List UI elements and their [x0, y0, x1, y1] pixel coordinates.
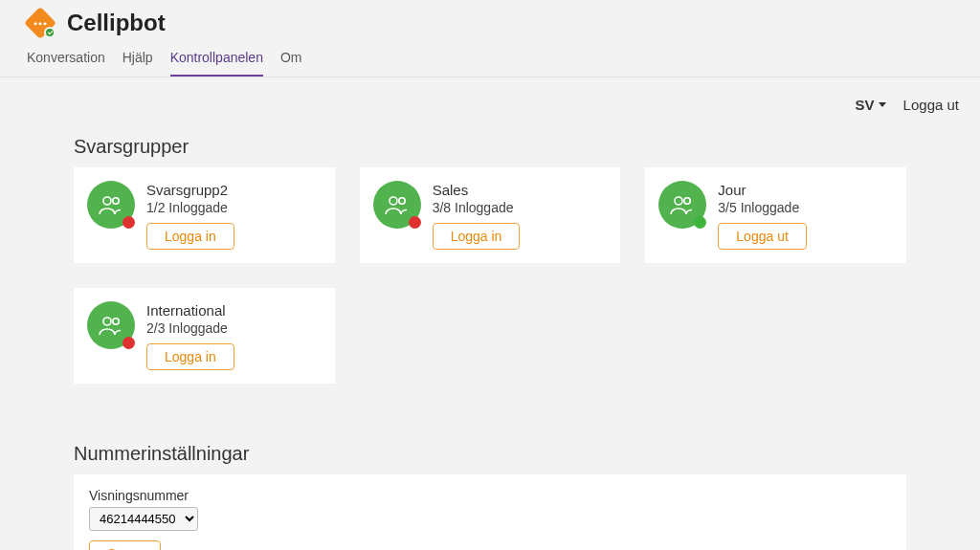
- svg-point-7: [113, 319, 119, 324]
- svg-point-0: [103, 197, 111, 205]
- group-name: Svarsgrupp2: [146, 182, 234, 198]
- svg-point-2: [390, 197, 397, 205]
- save-button[interactable]: Spara: [89, 540, 161, 550]
- app-title: Cellipbot: [67, 10, 166, 36]
- group-status-text: 1/2 Inloggade: [146, 200, 234, 215]
- language-code: SV: [856, 97, 875, 113]
- display-number-label: Visningsnummer: [89, 488, 891, 503]
- caret-down-icon: [879, 102, 886, 107]
- group-card: International 2/3 Inloggade Logga in: [74, 288, 335, 384]
- svg-point-3: [398, 198, 404, 204]
- group-action-button[interactable]: Logga ut: [718, 223, 807, 250]
- svg-point-6: [103, 318, 111, 325]
- group-icon: [87, 181, 135, 229]
- main-nav: Konversation Hjälp Kontrollpanelen Om: [0, 42, 980, 77]
- group-status-text: 3/8 Inloggade: [433, 200, 521, 215]
- group-name: Jour: [718, 182, 807, 198]
- app-logo: [27, 10, 54, 36]
- language-selector[interactable]: SV: [856, 97, 886, 113]
- group-icon: [658, 181, 706, 229]
- nav-hjalp[interactable]: Hjälp: [122, 50, 153, 77]
- status-dot-icon: [694, 216, 706, 229]
- nav-konversation[interactable]: Konversation: [27, 50, 105, 77]
- groups-grid: Svarsgrupp2 1/2 Inloggade Logga in Sales…: [74, 167, 906, 384]
- group-icon: [87, 301, 135, 349]
- svg-point-4: [675, 197, 682, 205]
- nav-kontrollpanelen[interactable]: Kontrollpanelen: [170, 50, 263, 77]
- group-status-text: 3/5 Inloggade: [718, 200, 807, 215]
- nav-om[interactable]: Om: [280, 50, 302, 77]
- group-icon: [373, 181, 421, 229]
- section-title-groups: Svarsgrupper: [74, 136, 906, 158]
- group-card: Jour 3/5 Inloggade Logga ut: [645, 167, 906, 263]
- status-dot-icon: [122, 337, 135, 349]
- svg-point-1: [113, 198, 119, 204]
- group-action-button[interactable]: Logga in: [146, 223, 234, 250]
- status-dot-icon: [409, 216, 421, 229]
- group-action-button[interactable]: Logga in: [146, 343, 234, 370]
- logout-link[interactable]: Logga ut: [903, 97, 959, 113]
- group-card: Svarsgrupp2 1/2 Inloggade Logga in: [74, 167, 335, 263]
- svg-point-5: [684, 198, 690, 204]
- group-status-text: 2/3 Inloggade: [146, 320, 234, 336]
- group-name: Sales: [433, 182, 521, 198]
- section-title-numbers: Nummerinställningar: [74, 443, 906, 465]
- number-settings-card: Visningsnummer 46214444550 Spara: [74, 474, 906, 550]
- logo-status-badge-icon: [44, 27, 56, 38]
- group-name: International: [146, 302, 234, 319]
- group-action-button[interactable]: Logga in: [433, 223, 521, 250]
- display-number-select[interactable]: 46214444550: [89, 507, 198, 531]
- status-dot-icon: [122, 216, 135, 229]
- group-card: Sales 3/8 Inloggade Logga in: [360, 167, 621, 263]
